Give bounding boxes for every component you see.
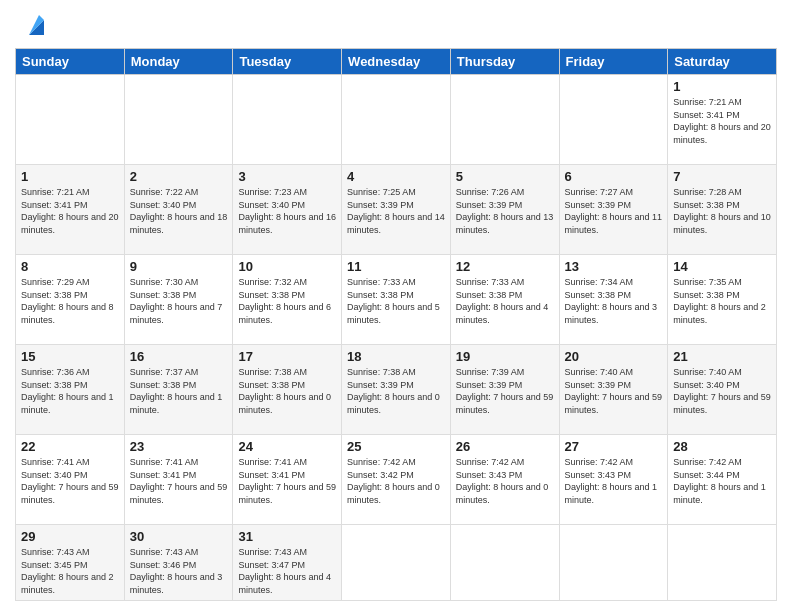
header <box>15 10 777 40</box>
calendar-header-sunday: Sunday <box>16 49 125 75</box>
day-number: 31 <box>238 529 336 544</box>
calendar-day-26: 26Sunrise: 7:42 AMSunset: 3:43 PMDayligh… <box>450 435 559 525</box>
day-info: Sunrise: 7:35 AMSunset: 3:38 PMDaylight:… <box>673 276 771 326</box>
calendar-day-16: 16Sunrise: 7:37 AMSunset: 3:38 PMDayligh… <box>124 345 233 435</box>
day-info: Sunrise: 7:39 AMSunset: 3:39 PMDaylight:… <box>456 366 554 416</box>
day-number: 1 <box>673 79 771 94</box>
day-info: Sunrise: 7:33 AMSunset: 3:38 PMDaylight:… <box>456 276 554 326</box>
day-info: Sunrise: 7:28 AMSunset: 3:38 PMDaylight:… <box>673 186 771 236</box>
day-number: 24 <box>238 439 336 454</box>
day-number: 26 <box>456 439 554 454</box>
day-info: Sunrise: 7:37 AMSunset: 3:38 PMDaylight:… <box>130 366 228 416</box>
day-number: 18 <box>347 349 445 364</box>
day-info: Sunrise: 7:43 AMSunset: 3:45 PMDaylight:… <box>21 546 119 596</box>
day-number: 8 <box>21 259 119 274</box>
day-info: Sunrise: 7:38 AMSunset: 3:38 PMDaylight:… <box>238 366 336 416</box>
calendar-day-20: 20Sunrise: 7:40 AMSunset: 3:39 PMDayligh… <box>559 345 668 435</box>
empty-cell <box>342 525 451 601</box>
day-number: 2 <box>130 169 228 184</box>
calendar-day-19: 19Sunrise: 7:39 AMSunset: 3:39 PMDayligh… <box>450 345 559 435</box>
calendar-day-5: 5Sunrise: 7:26 AMSunset: 3:39 PMDaylight… <box>450 165 559 255</box>
logo-icon <box>19 10 49 40</box>
empty-cell <box>16 75 125 165</box>
day-info: Sunrise: 7:42 AMSunset: 3:44 PMDaylight:… <box>673 456 771 506</box>
calendar-week-0: 1Sunrise: 7:21 AMSunset: 3:41 PMDaylight… <box>16 75 777 165</box>
day-info: Sunrise: 7:42 AMSunset: 3:42 PMDaylight:… <box>347 456 445 506</box>
calendar-day-18: 18Sunrise: 7:38 AMSunset: 3:39 PMDayligh… <box>342 345 451 435</box>
day-info: Sunrise: 7:21 AMSunset: 3:41 PMDaylight:… <box>673 96 771 146</box>
page: SundayMondayTuesdayWednesdayThursdayFrid… <box>0 0 792 612</box>
day-info: Sunrise: 7:29 AMSunset: 3:38 PMDaylight:… <box>21 276 119 326</box>
calendar-header-friday: Friday <box>559 49 668 75</box>
calendar-day-27: 27Sunrise: 7:42 AMSunset: 3:43 PMDayligh… <box>559 435 668 525</box>
calendar-day-1: 1Sunrise: 7:21 AMSunset: 3:41 PMDaylight… <box>668 75 777 165</box>
day-info: Sunrise: 7:43 AMSunset: 3:47 PMDaylight:… <box>238 546 336 596</box>
day-number: 1 <box>21 169 119 184</box>
day-number: 28 <box>673 439 771 454</box>
calendar-day-29: 29Sunrise: 7:43 AMSunset: 3:45 PMDayligh… <box>16 525 125 601</box>
day-info: Sunrise: 7:40 AMSunset: 3:40 PMDaylight:… <box>673 366 771 416</box>
day-info: Sunrise: 7:41 AMSunset: 3:41 PMDaylight:… <box>238 456 336 506</box>
day-number: 12 <box>456 259 554 274</box>
calendar-day-12: 12Sunrise: 7:33 AMSunset: 3:38 PMDayligh… <box>450 255 559 345</box>
day-number: 6 <box>565 169 663 184</box>
day-info: Sunrise: 7:41 AMSunset: 3:40 PMDaylight:… <box>21 456 119 506</box>
day-number: 21 <box>673 349 771 364</box>
calendar-day-6: 6Sunrise: 7:27 AMSunset: 3:39 PMDaylight… <box>559 165 668 255</box>
calendar-week-4: 22Sunrise: 7:41 AMSunset: 3:40 PMDayligh… <box>16 435 777 525</box>
empty-cell <box>559 75 668 165</box>
day-info: Sunrise: 7:36 AMSunset: 3:38 PMDaylight:… <box>21 366 119 416</box>
empty-cell <box>342 75 451 165</box>
calendar-day-21: 21Sunrise: 7:40 AMSunset: 3:40 PMDayligh… <box>668 345 777 435</box>
day-info: Sunrise: 7:27 AMSunset: 3:39 PMDaylight:… <box>565 186 663 236</box>
calendar-week-1: 1Sunrise: 7:21 AMSunset: 3:41 PMDaylight… <box>16 165 777 255</box>
day-number: 16 <box>130 349 228 364</box>
day-number: 17 <box>238 349 336 364</box>
day-info: Sunrise: 7:30 AMSunset: 3:38 PMDaylight:… <box>130 276 228 326</box>
calendar-day-31: 31Sunrise: 7:43 AMSunset: 3:47 PMDayligh… <box>233 525 342 601</box>
empty-cell <box>124 75 233 165</box>
empty-cell <box>450 525 559 601</box>
calendar-table: SundayMondayTuesdayWednesdayThursdayFrid… <box>15 48 777 601</box>
empty-cell <box>668 525 777 601</box>
day-info: Sunrise: 7:33 AMSunset: 3:38 PMDaylight:… <box>347 276 445 326</box>
day-number: 5 <box>456 169 554 184</box>
calendar-day-24: 24Sunrise: 7:41 AMSunset: 3:41 PMDayligh… <box>233 435 342 525</box>
day-info: Sunrise: 7:34 AMSunset: 3:38 PMDaylight:… <box>565 276 663 326</box>
calendar-day-9: 9Sunrise: 7:30 AMSunset: 3:38 PMDaylight… <box>124 255 233 345</box>
day-number: 15 <box>21 349 119 364</box>
day-number: 19 <box>456 349 554 364</box>
calendar-day-8: 8Sunrise: 7:29 AMSunset: 3:38 PMDaylight… <box>16 255 125 345</box>
day-number: 20 <box>565 349 663 364</box>
calendar-day-4: 4Sunrise: 7:25 AMSunset: 3:39 PMDaylight… <box>342 165 451 255</box>
calendar-header-thursday: Thursday <box>450 49 559 75</box>
day-info: Sunrise: 7:22 AMSunset: 3:40 PMDaylight:… <box>130 186 228 236</box>
calendar-week-5: 29Sunrise: 7:43 AMSunset: 3:45 PMDayligh… <box>16 525 777 601</box>
calendar-day-11: 11Sunrise: 7:33 AMSunset: 3:38 PMDayligh… <box>342 255 451 345</box>
calendar-day-25: 25Sunrise: 7:42 AMSunset: 3:42 PMDayligh… <box>342 435 451 525</box>
calendar-header-wednesday: Wednesday <box>342 49 451 75</box>
day-number: 29 <box>21 529 119 544</box>
calendar-day-22: 22Sunrise: 7:41 AMSunset: 3:40 PMDayligh… <box>16 435 125 525</box>
calendar-header-tuesday: Tuesday <box>233 49 342 75</box>
calendar-day-10: 10Sunrise: 7:32 AMSunset: 3:38 PMDayligh… <box>233 255 342 345</box>
calendar-week-3: 15Sunrise: 7:36 AMSunset: 3:38 PMDayligh… <box>16 345 777 435</box>
day-number: 10 <box>238 259 336 274</box>
day-info: Sunrise: 7:38 AMSunset: 3:39 PMDaylight:… <box>347 366 445 416</box>
day-number: 27 <box>565 439 663 454</box>
calendar-day-17: 17Sunrise: 7:38 AMSunset: 3:38 PMDayligh… <box>233 345 342 435</box>
day-number: 11 <box>347 259 445 274</box>
calendar-day-23: 23Sunrise: 7:41 AMSunset: 3:41 PMDayligh… <box>124 435 233 525</box>
calendar-header-monday: Monday <box>124 49 233 75</box>
empty-cell <box>450 75 559 165</box>
day-info: Sunrise: 7:41 AMSunset: 3:41 PMDaylight:… <box>130 456 228 506</box>
calendar-day-14: 14Sunrise: 7:35 AMSunset: 3:38 PMDayligh… <box>668 255 777 345</box>
day-info: Sunrise: 7:21 AMSunset: 3:41 PMDaylight:… <box>21 186 119 236</box>
empty-cell <box>233 75 342 165</box>
day-number: 30 <box>130 529 228 544</box>
calendar-day-7: 7Sunrise: 7:28 AMSunset: 3:38 PMDaylight… <box>668 165 777 255</box>
day-info: Sunrise: 7:26 AMSunset: 3:39 PMDaylight:… <box>456 186 554 236</box>
calendar-day-15: 15Sunrise: 7:36 AMSunset: 3:38 PMDayligh… <box>16 345 125 435</box>
calendar-header-saturday: Saturday <box>668 49 777 75</box>
calendar-day-30: 30Sunrise: 7:43 AMSunset: 3:46 PMDayligh… <box>124 525 233 601</box>
